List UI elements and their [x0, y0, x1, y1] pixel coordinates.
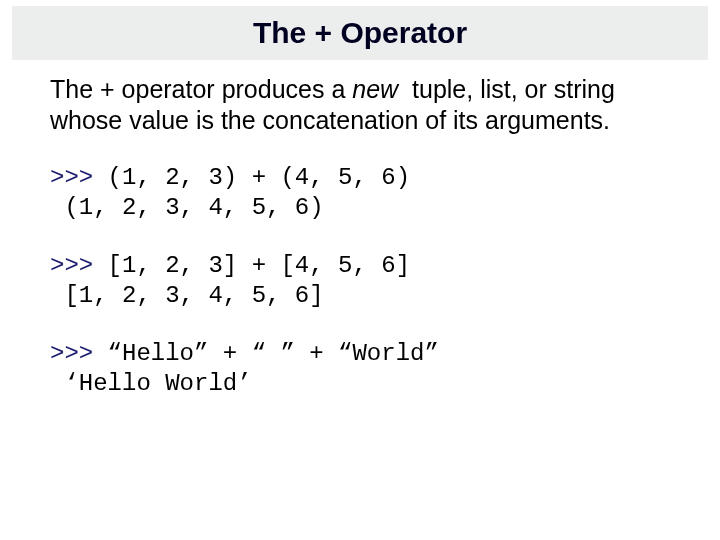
intro-seg-1-italic: new [352, 75, 398, 103]
prompt: >>> [50, 340, 108, 367]
title-bar: The + Operator [12, 6, 708, 60]
prompt: >>> [50, 252, 108, 279]
code-input: (1, 2, 3) + (4, 5, 6) [108, 164, 410, 191]
code-input-line: >>> [1, 2, 3] + [4, 5, 6] [50, 251, 670, 281]
code-example-1: >>> (1, 2, 3) + (4, 5, 6) (1, 2, 3, 4, 5… [50, 163, 670, 223]
intro-paragraph: The + operator produces a new tuple, lis… [50, 74, 670, 135]
intro-seg-0: The + operator produces a [50, 75, 352, 103]
slide: The + Operator The + operator produces a… [0, 6, 720, 540]
code-input-line: >>> “Hello” + “ ” + “World” [50, 339, 670, 369]
prompt: >>> [50, 164, 108, 191]
slide-body: The + operator produces a new tuple, lis… [0, 60, 720, 399]
code-output: [1, 2, 3, 4, 5, 6] [50, 281, 670, 311]
code-input: “Hello” + “ ” + “World” [108, 340, 439, 367]
slide-title: The + Operator [12, 16, 708, 50]
code-example-2: >>> [1, 2, 3] + [4, 5, 6] [1, 2, 3, 4, 5… [50, 251, 670, 311]
code-output: ‘Hello World’ [50, 369, 670, 399]
code-input: [1, 2, 3] + [4, 5, 6] [108, 252, 410, 279]
code-output: (1, 2, 3, 4, 5, 6) [50, 193, 670, 223]
code-input-line: >>> (1, 2, 3) + (4, 5, 6) [50, 163, 670, 193]
code-example-3: >>> “Hello” + “ ” + “World” ‘Hello World… [50, 339, 670, 399]
